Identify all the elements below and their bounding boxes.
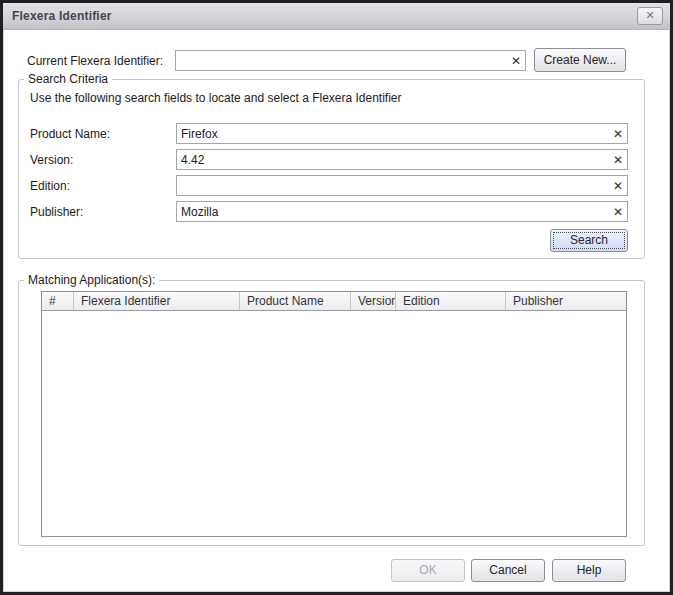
clear-icon[interactable]: ✕ [613, 179, 623, 191]
ok-button[interactable]: OK [391, 559, 465, 582]
clear-icon[interactable]: ✕ [613, 205, 623, 217]
cancel-button[interactable]: Cancel [471, 559, 545, 582]
product-name-input[interactable] [177, 124, 607, 143]
table-header-row: # Flexera Identifier Product Name Versio… [42, 292, 626, 311]
clear-icon[interactable]: ✕ [613, 127, 623, 139]
edition-field: ✕ [176, 175, 628, 196]
column-header-product-name[interactable]: Product Name [240, 292, 351, 310]
column-header-index[interactable]: # [42, 292, 74, 310]
help-button[interactable]: Help [552, 559, 626, 582]
create-new-button[interactable]: Create New... [534, 48, 626, 72]
current-identifier-input[interactable] [176, 51, 505, 70]
table-body-empty [42, 311, 626, 536]
search-button[interactable]: Search [550, 229, 628, 252]
search-instruction: Use the following search fields to locat… [30, 91, 402, 105]
clear-icon[interactable]: ✕ [613, 153, 623, 165]
column-header-flexera-identifier[interactable]: Flexera Identifier [74, 292, 240, 310]
matching-applications-table: # Flexera Identifier Product Name Versio… [41, 291, 627, 537]
version-label: Version: [30, 153, 73, 167]
version-input[interactable] [177, 150, 607, 169]
column-header-version[interactable]: Version [351, 292, 396, 310]
titlebar: Flexera Identifier ✕ [3, 3, 670, 30]
edition-label: Edition: [30, 179, 70, 193]
current-identifier-field: ✕ [175, 50, 526, 71]
product-name-field: ✕ [176, 123, 628, 144]
close-button[interactable]: ✕ [637, 7, 663, 25]
version-field: ✕ [176, 149, 628, 170]
column-header-edition[interactable]: Edition [396, 292, 506, 310]
matching-applications-group: Matching Application(s): # Flexera Ident… [18, 280, 645, 546]
edition-input[interactable] [177, 176, 607, 195]
close-icon: ✕ [645, 9, 654, 21]
clear-icon[interactable]: ✕ [511, 54, 521, 66]
search-criteria-legend: Search Criteria [24, 72, 112, 86]
search-criteria-group: Search Criteria Use the following search… [18, 79, 645, 259]
publisher-label: Publisher: [30, 205, 83, 219]
product-name-label: Product Name: [30, 127, 110, 141]
column-header-publisher[interactable]: Publisher [506, 292, 626, 310]
flexera-identifier-dialog: Flexera Identifier ✕ Current Flexera Ide… [0, 0, 673, 595]
current-identifier-label: Current Flexera Identifier: [27, 54, 163, 68]
publisher-input[interactable] [177, 202, 607, 221]
matching-applications-legend: Matching Application(s): [24, 273, 159, 287]
focus-ring [553, 232, 625, 249]
dialog-title: Flexera Identifier [12, 9, 112, 23]
publisher-field: ✕ [176, 201, 628, 222]
